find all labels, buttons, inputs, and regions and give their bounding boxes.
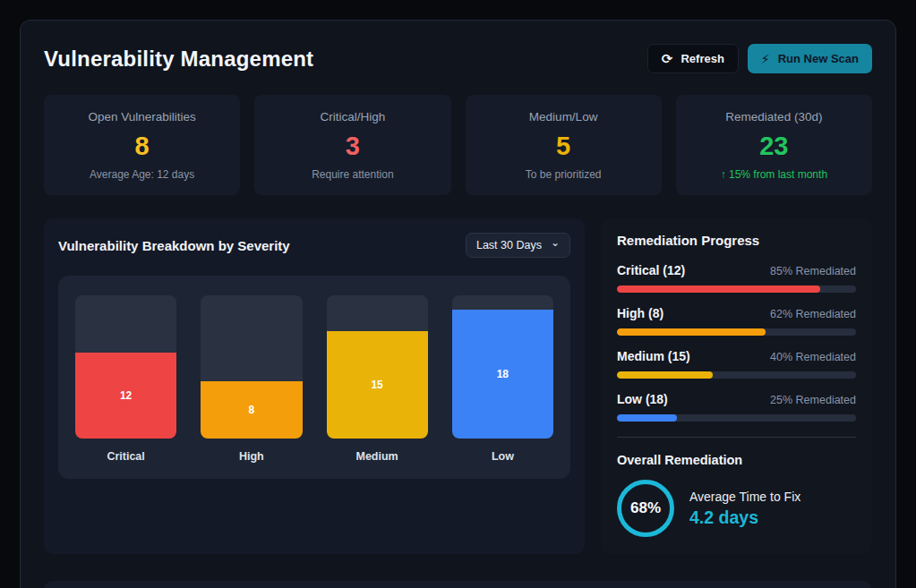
refresh-button-label: Refresh: [681, 52, 723, 65]
bar-columns: 12 Critical 8 High: [75, 295, 553, 463]
header: Vulnerability Management ⟳ Refresh ⚡ Run…: [44, 44, 872, 73]
bar-track: 18: [452, 295, 553, 439]
progress-fill: [617, 328, 766, 336]
bar-value: 15: [371, 379, 382, 391]
date-range-dropdown[interactable]: Last 30 Days ⌄: [466, 233, 570, 258]
run-new-scan-button[interactable]: ⚡ Run New Scan: [748, 44, 872, 73]
page-title: Vulnerability Management: [44, 47, 313, 72]
stat-value: 8: [56, 132, 227, 161]
stat-label: Critical/High: [267, 110, 438, 124]
progress-fill: [617, 414, 677, 422]
divider: [617, 437, 856, 438]
stat-value: 23: [689, 132, 860, 161]
bar-category-label: Critical: [75, 450, 176, 463]
progress-row-medium: Medium (15) 40% Remediated: [617, 349, 856, 379]
progress-track: [617, 414, 856, 422]
bar-value: 8: [249, 404, 255, 416]
progress-track: [617, 371, 856, 379]
stat-subtext: To be prioritized: [478, 168, 649, 181]
progress-label: Medium (15): [617, 349, 690, 363]
bar-fill-high: 8: [201, 381, 302, 439]
stat-card-remediated: Remediated (30d) 23 ↑ 15% from last mont…: [676, 95, 872, 195]
partial-bottom-panel: [44, 581, 872, 588]
overall-percent-donut: 68%: [617, 480, 674, 537]
remediation-progress-panel: Remediation Progress Critical (12) 85% R…: [601, 218, 872, 554]
bar-category-label: High: [201, 450, 302, 463]
progress-row-high: High (8) 62% Remediated: [617, 306, 856, 336]
header-actions: ⟳ Refresh ⚡ Run New Scan: [647, 44, 872, 73]
progress-status: 62% Remediated: [770, 308, 856, 320]
run-new-scan-label: Run New Scan: [778, 52, 859, 65]
stat-value: 5: [478, 132, 649, 161]
stat-subtext: Require attention: [267, 168, 438, 181]
lightning-icon: ⚡: [761, 53, 770, 65]
progress-status: 85% Remediated: [770, 265, 856, 277]
avg-time-label: Average Time to Fix: [689, 490, 800, 504]
chevron-down-icon: ⌄: [551, 240, 560, 246]
stat-card-critical-high: Critical/High 3 Require attention: [254, 95, 450, 195]
progress-label: Critical (12): [617, 263, 685, 277]
severity-breakdown-panel: Vulnerability Breakdown by Severity Last…: [44, 218, 585, 554]
stat-value: 3: [267, 132, 438, 161]
progress-label: Low (18): [617, 392, 668, 406]
remediation-progress-title: Remediation Progress: [617, 233, 856, 248]
bar-fill-critical: 12: [75, 353, 176, 439]
overall-remediation-row: 68% Average Time to Fix 4.2 days: [617, 480, 856, 537]
progress-fill: [617, 371, 713, 379]
dashboard-container: Vulnerability Management ⟳ Refresh ⚡ Run…: [20, 20, 896, 588]
bar-value: 12: [120, 389, 132, 402]
bar-category-label: Low: [452, 450, 553, 463]
bar-column-medium: 15 Medium: [327, 295, 428, 463]
bar-track: 15: [327, 295, 428, 439]
stats-row: Open Vulnerabilities 8 Average Age: 12 d…: [44, 95, 872, 195]
stat-card-medium-low: Medium/Low 5 To be prioritized: [466, 95, 662, 195]
avg-time-block: Average Time to Fix 4.2 days: [689, 490, 800, 528]
overall-percent-value: 68%: [630, 499, 661, 517]
bar-track: 8: [201, 295, 302, 439]
main-content: Vulnerability Breakdown by Severity Last…: [44, 218, 872, 554]
progress-status: 40% Remediated: [770, 351, 856, 363]
avg-time-value: 4.2 days: [689, 507, 800, 528]
stat-subtext: Average Age: 12 days: [56, 168, 227, 181]
refresh-icon: ⟳: [662, 52, 673, 65]
stat-label: Open Vulnerabilities: [56, 110, 227, 124]
bar-value: 18: [497, 368, 509, 380]
stat-label: Remediated (30d): [689, 110, 860, 124]
bar-fill-medium: 15: [327, 331, 428, 439]
bar-column-low: 18 Low: [452, 295, 553, 463]
stat-label: Medium/Low: [478, 110, 649, 124]
progress-status: 25% Remediated: [770, 394, 856, 406]
stat-card-open-vulnerabilities: Open Vulnerabilities 8 Average Age: 12 d…: [44, 95, 240, 195]
severity-breakdown-header: Vulnerability Breakdown by Severity Last…: [58, 233, 570, 258]
stat-subtext: ↑ 15% from last month: [689, 168, 860, 181]
bar-track: 12: [75, 295, 176, 439]
refresh-button[interactable]: ⟳ Refresh: [647, 44, 739, 73]
bar-fill-low: 18: [452, 310, 553, 439]
bar-column-high: 8 High: [201, 295, 302, 463]
progress-rows: Critical (12) 85% Remediated High (8) 62…: [617, 263, 856, 422]
overall-remediation-title: Overall Remediation: [617, 453, 856, 467]
progress-fill: [617, 285, 820, 293]
progress-row-low: Low (18) 25% Remediated: [617, 392, 856, 422]
date-range-selected: Last 30 Days: [476, 239, 542, 251]
progress-track: [617, 328, 856, 336]
progress-label: High (8): [617, 306, 663, 320]
severity-bar-chart: 12 Critical 8 High: [58, 276, 570, 479]
progress-row-critical: Critical (12) 85% Remediated: [617, 263, 856, 293]
bar-column-critical: 12 Critical: [75, 295, 176, 463]
bar-category-label: Medium: [327, 450, 428, 463]
progress-track: [617, 285, 856, 293]
severity-breakdown-title: Vulnerability Breakdown by Severity: [58, 238, 290, 253]
